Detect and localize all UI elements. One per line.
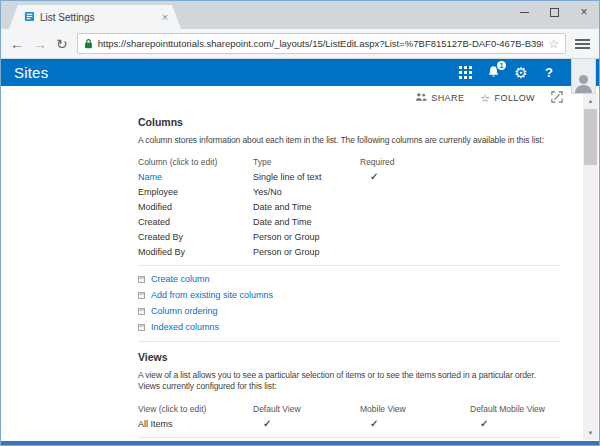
column-type: Person or Group (253, 247, 360, 257)
table-row: Employee Yes/No (138, 184, 559, 199)
follow-label: FOLLOW (495, 93, 535, 103)
view-link-all-items[interactable]: All Items (138, 419, 253, 429)
bookmark-star-icon[interactable]: ☆ (548, 38, 559, 50)
refresh-icon[interactable]: ↻ (56, 37, 68, 51)
default-mobile-view-check-icon: ✓ (470, 418, 590, 429)
window-bottom-border (1, 441, 599, 445)
view-header-default-mobile: Default Mobile View (470, 404, 590, 414)
mobile-view-check-icon: ✓ (360, 418, 470, 429)
create-column-label[interactable]: Create column (151, 274, 210, 284)
add-from-existing-label[interactable]: Add from existing site columns (151, 290, 273, 300)
user-avatar[interactable] (571, 59, 596, 94)
browser-menu-icon[interactable] (575, 39, 590, 49)
share-button[interactable]: SHARE (415, 92, 464, 104)
list-bullet-icon (138, 292, 145, 299)
views-description: A view of a list allows you to see a par… (138, 370, 559, 392)
column-link-created-by[interactable]: Created By (138, 232, 253, 242)
settings-button[interactable]: ⚙ (507, 59, 535, 86)
column-link-modified-by[interactable]: Modified By (138, 247, 253, 257)
add-from-existing-site-columns-link[interactable]: Add from existing site columns (138, 287, 559, 303)
app-launcher-button[interactable] (451, 59, 479, 86)
columns-table-header: Column (click to edit) Type Required (138, 154, 559, 169)
avatar-body-icon (575, 85, 592, 93)
minimize-icon (520, 12, 529, 13)
url-text: https://sharepointtutorials.sharepoint.c… (98, 38, 544, 49)
back-icon[interactable]: ← (10, 37, 24, 51)
address-toolbar: ← → ↻ https://sharepointtutorials.sharep… (1, 29, 599, 59)
view-header-mobile: Mobile View (360, 404, 470, 414)
maximize-icon (550, 8, 559, 17)
window-controls: × (509, 1, 599, 23)
view-header-default: Default View (253, 404, 360, 414)
lock-icon (84, 35, 93, 53)
column-ordering-label[interactable]: Column ordering (151, 306, 218, 316)
column-header-name: Column (click to edit) (138, 157, 253, 167)
app-launcher-icon (459, 66, 472, 79)
notification-badge: 1 (497, 61, 506, 70)
table-row: Modified By Person or Group (138, 244, 559, 259)
table-row: Modified Date and Time (138, 199, 559, 214)
indexed-columns-label[interactable]: Indexed columns (151, 322, 219, 332)
tab-title: List Settings (40, 12, 154, 23)
help-icon: ? (545, 65, 553, 80)
column-type: Single line of text (253, 172, 360, 182)
notifications-button[interactable]: 1 (479, 59, 507, 86)
help-button[interactable]: ? (535, 59, 563, 86)
column-type: Date and Time (253, 202, 360, 212)
sharepoint-list-icon (24, 8, 35, 26)
column-type: Date and Time (253, 217, 360, 227)
create-column-link[interactable]: Create column (138, 271, 559, 287)
tab-close-icon[interactable]: × (159, 11, 171, 23)
views-table-header: View (click to edit) Default View Mobile… (138, 401, 559, 416)
close-button[interactable]: × (569, 1, 599, 23)
browser-tab[interactable]: List Settings × (9, 5, 181, 29)
default-view-check-icon: ✓ (253, 418, 360, 429)
column-type: Person or Group (253, 232, 360, 242)
divider (138, 341, 561, 342)
divider (138, 437, 561, 438)
page-actions-bar: SHARE ☆ FOLLOW (1, 86, 599, 110)
follow-button[interactable]: ☆ FOLLOW (480, 93, 535, 104)
column-link-employee[interactable]: Employee (138, 187, 253, 197)
column-header-type: Type (253, 157, 360, 167)
tab-strip: List Settings × × (1, 1, 599, 29)
column-link-name[interactable]: Name (138, 172, 253, 182)
focus-mode-button[interactable] (551, 91, 563, 105)
follow-star-icon: ☆ (480, 93, 490, 104)
view-header-name: View (click to edit) (138, 404, 253, 414)
column-type: Yes/No (253, 187, 360, 197)
divider (138, 265, 561, 266)
share-label: SHARE (431, 93, 464, 103)
scroll-up-icon[interactable]: ▲ (583, 94, 598, 108)
table-row: Created Date and Time (138, 214, 559, 229)
indexed-columns-link[interactable]: Indexed columns (138, 319, 559, 335)
columns-section-title: Columns (138, 116, 559, 128)
column-link-created[interactable]: Created (138, 217, 253, 227)
gear-icon: ⚙ (514, 65, 527, 80)
suite-bar: Sites 1 ⚙ ? (1, 59, 599, 86)
suite-bar-icons: 1 ⚙ ? (451, 59, 563, 86)
scroll-down-icon[interactable]: ▼ (583, 426, 598, 440)
share-icon (415, 92, 427, 104)
site-title: Sites (14, 64, 48, 81)
table-row: All Items ✓ ✓ ✓ (138, 416, 559, 431)
forward-icon[interactable]: → (33, 37, 47, 51)
column-ordering-link[interactable]: Column ordering (138, 303, 559, 319)
list-bullet-icon (138, 276, 145, 283)
maximize-button[interactable] (539, 1, 569, 23)
required-check-icon: ✓ (360, 171, 470, 182)
table-row: Name Single line of text ✓ (138, 169, 559, 184)
list-settings-content: Columns A column stores information abou… (1, 110, 599, 441)
scrollbar-thumb[interactable] (584, 109, 597, 165)
avatar-head-icon (579, 75, 588, 84)
browser-window: List Settings × × ← → ↻ https://sharepoi… (0, 0, 600, 446)
views-section-title: Views (138, 351, 559, 363)
address-bar[interactable]: https://sharepointtutorials.sharepoint.c… (77, 33, 566, 54)
column-header-required: Required (360, 157, 470, 167)
vertical-scrollbar[interactable]: ▲ ▼ (583, 94, 598, 440)
list-bullet-icon (138, 308, 145, 315)
columns-description: A column stores information about each i… (138, 135, 559, 145)
views-section: Views A view of a list allows you to see… (138, 351, 559, 441)
column-link-modified[interactable]: Modified (138, 202, 253, 212)
minimize-button[interactable] (509, 1, 539, 23)
